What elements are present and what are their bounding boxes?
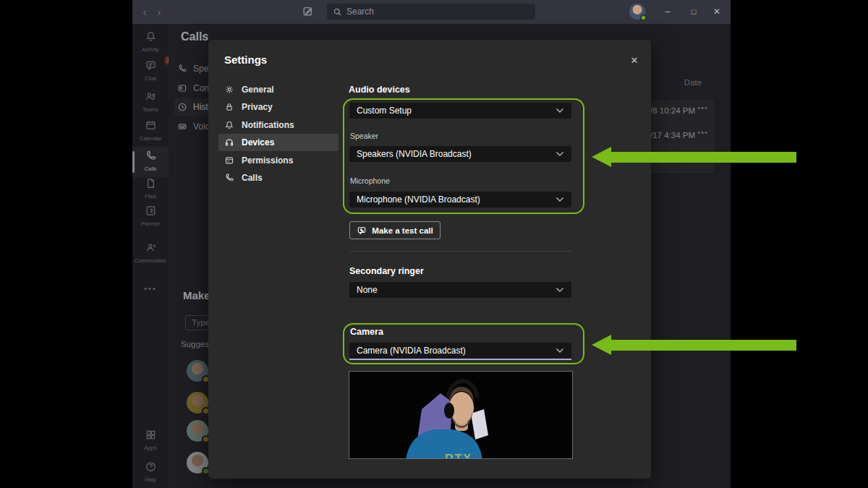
green-arrow-audio — [592, 147, 796, 167]
annotation-arrows — [0, 0, 868, 488]
screen: ‹ › Search – □ ✕ Activity — [0, 0, 868, 488]
green-arrow-camera — [592, 335, 796, 355]
